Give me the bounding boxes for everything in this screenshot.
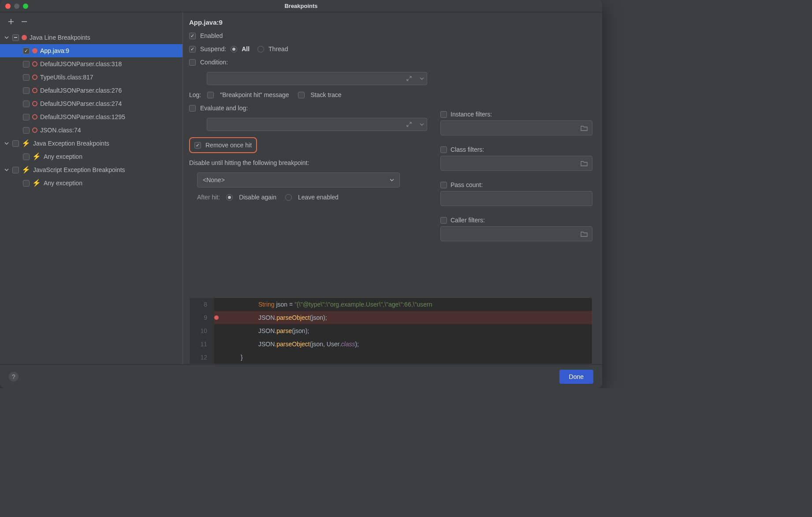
caller-filters-checkbox[interactable] bbox=[440, 217, 447, 224]
done-button[interactable]: Done bbox=[559, 370, 593, 384]
chevron-down-icon[interactable] bbox=[420, 76, 424, 81]
item-enable-checkbox[interactable] bbox=[23, 114, 30, 120]
class-filters-label: Class filters: bbox=[451, 146, 484, 153]
tree-item[interactable]: ⚡Any exception bbox=[0, 176, 183, 190]
bolt-icon: ⚡ bbox=[22, 140, 30, 147]
remove-once-hit-label: Remove once hit bbox=[205, 142, 252, 149]
disable-until-value: <None> bbox=[203, 176, 225, 184]
item-enable-checkbox[interactable] bbox=[23, 180, 30, 187]
minimize-icon[interactable] bbox=[14, 4, 19, 9]
help-button[interactable]: ? bbox=[9, 372, 19, 382]
instance-filters-checkbox[interactable] bbox=[440, 111, 447, 118]
expand-icon[interactable] bbox=[406, 76, 412, 81]
pass-count-label: Pass count: bbox=[451, 181, 483, 188]
log-message-checkbox[interactable] bbox=[207, 92, 214, 98]
after-hit-disable-label: Disable again bbox=[239, 194, 276, 201]
window-controls bbox=[5, 4, 28, 9]
breakpoint-dot-icon bbox=[214, 315, 219, 320]
item-enable-checkbox[interactable] bbox=[23, 48, 30, 54]
disable-until-select[interactable]: <None> bbox=[197, 172, 400, 187]
breakpoint-details: App.java:9 Enabled Suspend: All Thread bbox=[183, 12, 602, 364]
pass-count-checkbox[interactable] bbox=[440, 182, 447, 188]
gutter: 8 bbox=[190, 298, 214, 311]
tree-category[interactable]: ⚡Java Exception Breakpoints bbox=[0, 137, 183, 150]
chevron-down-icon[interactable] bbox=[420, 122, 424, 127]
tree-item[interactable]: App.java:9 bbox=[0, 44, 183, 57]
tree-item[interactable]: DefaultJSONParser.class:274 bbox=[0, 97, 183, 110]
tree-category[interactable]: Java Line Breakpoints bbox=[0, 31, 183, 44]
breakpoint-hollow-icon bbox=[32, 88, 37, 93]
category-enable-checkbox[interactable] bbox=[12, 167, 19, 173]
folder-icon[interactable] bbox=[581, 231, 588, 237]
settings-area: Enabled Suspend: All Thread Condition: bbox=[189, 32, 592, 291]
chevron-down-icon[interactable] bbox=[4, 35, 10, 40]
suspend-thread-radio[interactable] bbox=[257, 46, 264, 52]
pass-count-field[interactable] bbox=[440, 191, 592, 206]
tree-category[interactable]: ⚡JavaScript Exception Breakpoints bbox=[0, 163, 183, 176]
suspend-checkbox[interactable] bbox=[189, 46, 196, 52]
tree-item[interactable]: DefaultJSONParser.class:1295 bbox=[0, 110, 183, 124]
item-label: DefaultJSONParser.class:1295 bbox=[40, 113, 125, 120]
folder-icon[interactable] bbox=[581, 125, 588, 131]
breakpoints-sidebar: Java Line BreakpointsApp.java:9DefaultJS… bbox=[0, 12, 183, 364]
chevron-down-icon[interactable] bbox=[4, 141, 10, 146]
suspend-all-radio[interactable] bbox=[231, 46, 237, 52]
log-message-label: "Breakpoint hit" message bbox=[220, 91, 289, 98]
category-label: Java Exception Breakpoints bbox=[33, 140, 109, 147]
category-enable-checkbox[interactable] bbox=[12, 140, 19, 147]
category-label: Java Line Breakpoints bbox=[30, 34, 90, 41]
instance-filters-field[interactable] bbox=[440, 120, 592, 135]
tree-item[interactable]: DefaultJSONParser.class:276 bbox=[0, 84, 183, 97]
condition-label: Condition: bbox=[200, 59, 228, 66]
remove-once-hit-highlight: Remove once hit bbox=[189, 137, 257, 153]
add-icon[interactable] bbox=[8, 19, 14, 25]
item-label: App.java:9 bbox=[40, 47, 69, 54]
item-enable-checkbox[interactable] bbox=[23, 74, 30, 81]
item-label: DefaultJSONParser.class:274 bbox=[40, 100, 122, 107]
code-text: JSON.parseObject(json, User.class); bbox=[214, 341, 592, 348]
tree-item[interactable]: DefaultJSONParser.class:318 bbox=[0, 57, 183, 71]
bolt-icon: ⚡ bbox=[22, 166, 30, 173]
settings-left: Enabled Suspend: All Thread Condition: bbox=[189, 32, 427, 291]
breakpoints-tree[interactable]: Java Line BreakpointsApp.java:9DefaultJS… bbox=[0, 29, 183, 364]
close-icon[interactable] bbox=[5, 4, 11, 9]
code-text: JSON.parseObject(json); bbox=[214, 314, 592, 321]
condition-checkbox[interactable] bbox=[189, 59, 196, 66]
tree-item[interactable]: ⚡Any exception bbox=[0, 150, 183, 163]
item-enable-checkbox[interactable] bbox=[23, 61, 30, 67]
dialog-footer: ? Done bbox=[0, 364, 602, 388]
sidebar-toolbar bbox=[0, 14, 183, 29]
caller-filters-field[interactable] bbox=[440, 226, 592, 241]
instance-filters-label: Instance filters: bbox=[451, 111, 492, 118]
eval-log-field[interactable] bbox=[207, 118, 427, 131]
eval-log-checkbox[interactable] bbox=[189, 105, 196, 112]
code-preview: 8String json = "{\"@type\":\"org.example… bbox=[189, 297, 592, 364]
tree-item[interactable]: JSON.class:74 bbox=[0, 124, 183, 137]
code-text: JSON.parse(json); bbox=[214, 327, 592, 334]
folder-icon[interactable] bbox=[581, 160, 588, 166]
maximize-icon[interactable] bbox=[23, 4, 28, 9]
code-line: 9JSON.parseObject(json); bbox=[190, 311, 592, 324]
code-line: 8String json = "{\"@type\":\"org.example… bbox=[190, 298, 592, 311]
item-enable-checkbox[interactable] bbox=[23, 87, 30, 94]
enabled-checkbox[interactable] bbox=[189, 33, 196, 39]
class-filters-field[interactable] bbox=[440, 156, 592, 171]
item-enable-checkbox[interactable] bbox=[23, 101, 30, 107]
expand-icon[interactable] bbox=[406, 122, 412, 127]
class-filters-checkbox[interactable] bbox=[440, 146, 447, 153]
breakpoint-dot-icon bbox=[32, 48, 37, 53]
tree-item[interactable]: TypeUtils.class:817 bbox=[0, 71, 183, 84]
remove-icon[interactable] bbox=[21, 19, 27, 25]
item-enable-checkbox[interactable] bbox=[23, 127, 30, 134]
category-enable-checkbox[interactable] bbox=[12, 34, 19, 41]
remove-once-hit-checkbox[interactable] bbox=[194, 142, 201, 149]
breakpoint-hollow-icon bbox=[32, 75, 37, 80]
condition-field[interactable] bbox=[207, 72, 427, 85]
after-hit-leave-radio[interactable] bbox=[285, 194, 292, 201]
bolt-icon: ⚡ bbox=[32, 153, 41, 160]
breakpoints-dialog: Breakpoints Java Line BreakpointsApp.jav… bbox=[0, 0, 602, 388]
item-enable-checkbox[interactable] bbox=[23, 154, 30, 160]
after-hit-disable-radio[interactable] bbox=[226, 194, 233, 201]
chevron-down-icon[interactable] bbox=[4, 168, 10, 172]
log-stack-checkbox[interactable] bbox=[298, 92, 305, 98]
